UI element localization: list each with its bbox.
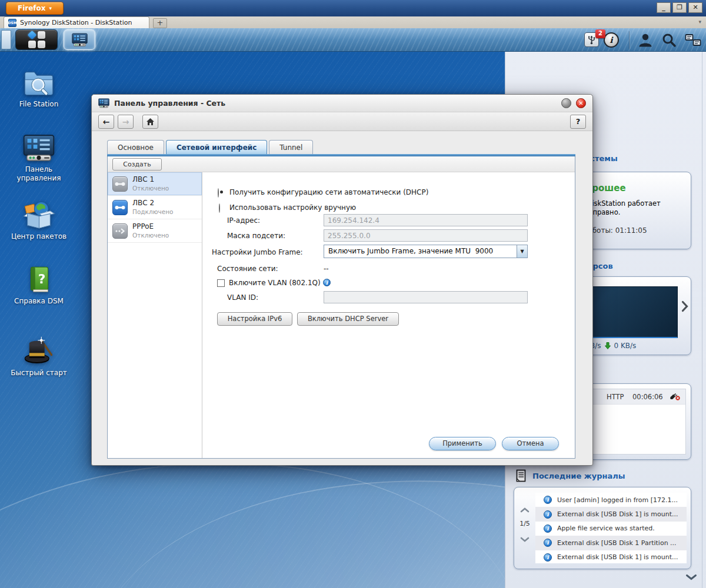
log-entry-text: External disk [USB Disk 1] is mount... [557, 553, 678, 561]
interface-status: Отключено [132, 185, 169, 192]
network-settings-form: Получить конфигурацию сети автоматически… [203, 172, 575, 458]
jumbo-frame-label: Настройки Jumbo Frame: [212, 248, 303, 256]
vlan-checkbox-label: Включите VLAN (802.1Q) [229, 279, 321, 287]
pager-up-icon[interactable] [520, 504, 530, 515]
info-icon: i [544, 496, 552, 504]
new-tab-button[interactable]: + [153, 18, 167, 28]
jumbo-frame-select[interactable]: Включить Jumbo Frame, значение MTU 9000 … [324, 245, 528, 258]
apply-button[interactable]: Применить [429, 437, 496, 450]
panel-scroll-down-icon[interactable] [685, 572, 697, 583]
lan-icon [112, 200, 128, 215]
info-icon: i [544, 539, 552, 547]
desktop-icon-label: Центр пакетов [8, 232, 69, 241]
back-icon[interactable]: ← [98, 115, 114, 129]
browser-tab-diskstation[interactable]: DSM Synology DiskStation - DiskStation [4, 16, 149, 28]
vlan-id-field[interactable] [324, 291, 528, 303]
log-list: i User [admin] logged in from [172.1... … [535, 493, 687, 563]
recent-logs-title: Последние журналы [532, 472, 625, 480]
desktop-icon-control-panel[interactable]: Панель управления [8, 134, 69, 183]
recent-logs-card: 1/5 i User [admin] logged in from [172.1… [514, 487, 691, 569]
window-titlebar[interactable]: Панель управления - Сеть ✕ [92, 95, 592, 112]
usb-icon [587, 35, 596, 45]
maximize-icon[interactable]: ❐ [672, 2, 687, 13]
download-speed: 0 KB/s [614, 342, 637, 350]
dhcp-radio-label: Получить конфигурацию сети автоматически… [229, 188, 428, 196]
main-menu-button[interactable] [15, 29, 58, 50]
log-entry: i External disk [USB Disk 1] is mount... [535, 550, 687, 564]
manual-radio[interactable] [219, 203, 220, 213]
desktop-icon-package-center[interactable]: Центр пакетов [8, 200, 69, 241]
network-status-value: -- [324, 265, 329, 273]
tab-title: Synology DiskStation - DiskStation [20, 19, 132, 26]
network-interface-panel: Создать ЛВС 1 Отключено ЛВС 2 Подключено [107, 156, 575, 459]
quick-start-icon [22, 335, 55, 366]
chevron-right-icon[interactable] [681, 300, 688, 315]
interface-item-lan1[interactable]: ЛВС 1 Отключено [108, 172, 202, 196]
interface-list: ЛВС 1 Отключено ЛВС 2 Подключено PPPoE О… [108, 172, 202, 458]
ip-address-label: IP-адрес: [227, 216, 260, 225]
help-icon[interactable]: ? [570, 115, 586, 129]
desktop-icon-quick-start[interactable]: Быстрый старт [8, 335, 69, 377]
create-button[interactable]: Создать [112, 158, 162, 171]
browser-window-controls: _ ❐ ✕ [657, 2, 702, 13]
taskbar-control-panel-button[interactable] [64, 29, 95, 50]
browser-titlebar: Firefox ▾ _ ❐ ✕ [0, 0, 706, 16]
control-panel-icon [23, 134, 55, 162]
tab-tunnel[interactable]: Tunnel [269, 140, 313, 154]
window-toolbar: ← → ? [92, 112, 592, 131]
connection-duration: 00:06:06 [632, 393, 663, 401]
jumbo-frame-value: Включить Jumbo Frame, значение MTU 9000 [328, 247, 493, 255]
pager-down-icon[interactable] [520, 533, 530, 544]
interface-item-lan2[interactable]: ЛВС 2 Подключено [108, 196, 202, 219]
dsm-favicon-icon: DSM [8, 19, 16, 27]
interface-item-pppoe[interactable]: PPPoE Отключено [108, 219, 202, 243]
forward-icon[interactable]: → [118, 115, 134, 129]
desktop-icon-file-station[interactable]: File Station [8, 68, 69, 109]
taskbar-right-icons: 2 i [584, 31, 701, 49]
vlan-info-icon[interactable]: i [323, 279, 331, 286]
caret-down-icon: ▾ [49, 5, 52, 11]
list-all-tabs-caret-icon[interactable]: ▾ [698, 19, 701, 25]
window-minimize-button[interactable] [561, 98, 571, 108]
desktop-icon-label: File Station [8, 100, 69, 109]
show-desktop-button[interactable] [1, 30, 11, 49]
tab-network-interface[interactable]: Сетевой интерфейс [166, 140, 267, 154]
vlan-id-label: VLAN ID: [227, 293, 258, 302]
ipv6-setup-button[interactable]: Настройка IPv6 [217, 312, 292, 326]
dhcp-server-button[interactable]: Включить DHCP Server [297, 312, 399, 326]
dhcp-radio[interactable] [218, 188, 219, 198]
vlan-checkbox[interactable] [217, 279, 225, 287]
subnet-mask-field[interactable] [324, 229, 528, 242]
window-title: Панель управления - Сеть [114, 99, 557, 108]
tab-general[interactable]: Основное [107, 140, 164, 154]
log-entry-text: External disk [USB Disk 1] is mount... [557, 510, 678, 518]
main-menu-grid-icon [28, 31, 45, 48]
manual-radio-label: Использовать настройку вручную [229, 203, 356, 212]
recent-logs-header: Последние журналы [515, 469, 625, 482]
disconnect-icon[interactable] [670, 392, 681, 403]
interface-name: PPPoE [132, 222, 154, 230]
log-entry: i External disk [USB Disk 1 Partition ..… [535, 536, 687, 550]
window-close-button[interactable]: ✕ [576, 98, 586, 108]
info-icon: i [544, 524, 552, 533]
control-panel-window: Панель управления - Сеть ✕ ← → ? Основно… [91, 94, 593, 466]
pilot-view-icon[interactable] [685, 33, 701, 47]
chevron-down-icon: ▼ [517, 245, 527, 258]
minimize-icon[interactable]: _ [657, 2, 671, 13]
taskbar-separator [629, 31, 630, 49]
network-status-label: Состояние сети: [217, 265, 278, 273]
notification-badge[interactable]: 2 [595, 29, 605, 38]
user-icon[interactable] [638, 32, 653, 48]
desktop-icon-dsm-help[interactable]: ? Справка DSM [8, 265, 69, 306]
log-entry-text: External disk [USB Disk 1 Partition ... [557, 539, 677, 547]
search-icon[interactable] [661, 32, 677, 48]
log-document-icon [515, 469, 527, 482]
interface-list-toolbar: Создать [108, 156, 575, 172]
cancel-button[interactable]: Отмена [502, 437, 559, 450]
home-icon[interactable] [142, 115, 158, 129]
firefox-menu-button[interactable]: Firefox ▾ [6, 2, 64, 15]
ip-address-field[interactable] [324, 214, 528, 226]
dsm-help-icon: ? [23, 265, 55, 294]
close-icon[interactable]: ✕ [688, 2, 702, 13]
info-icon[interactable]: i [604, 32, 619, 48]
